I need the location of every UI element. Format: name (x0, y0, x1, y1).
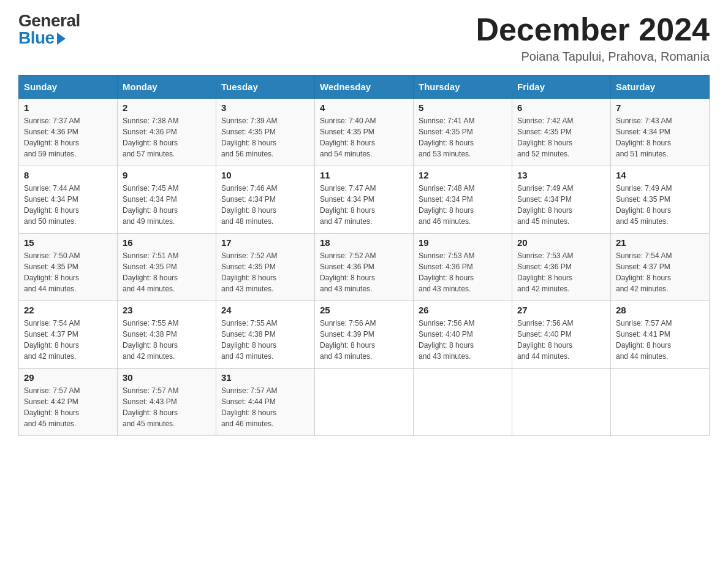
calendar-cell (512, 369, 611, 436)
calendar-cell: 21 Sunrise: 7:54 AM Sunset: 4:37 PM Dayl… (611, 234, 710, 301)
day-number: 4 (320, 102, 408, 113)
day-info: Sunrise: 7:43 AM Sunset: 4:34 PM Dayligh… (616, 115, 704, 159)
day-info: Sunrise: 7:42 AM Sunset: 4:35 PM Dayligh… (517, 115, 605, 159)
day-number: 20 (517, 237, 605, 248)
calendar-header: Sunday Monday Tuesday Wednesday Thursday… (19, 75, 710, 99)
day-info: Sunrise: 7:57 AM Sunset: 4:44 PM Dayligh… (221, 385, 309, 429)
calendar-cell: 8 Sunrise: 7:44 AM Sunset: 4:34 PM Dayli… (19, 166, 118, 234)
calendar-cell (315, 369, 414, 436)
day-number: 15 (24, 237, 112, 248)
day-number: 2 (123, 102, 211, 113)
calendar-cell: 5 Sunrise: 7:41 AM Sunset: 4:35 PM Dayli… (414, 99, 512, 166)
header-friday: Friday (512, 75, 611, 99)
day-info: Sunrise: 7:51 AM Sunset: 4:35 PM Dayligh… (123, 250, 211, 294)
day-info: Sunrise: 7:57 AM Sunset: 4:41 PM Dayligh… (616, 318, 704, 362)
calendar-cell: 10 Sunrise: 7:46 AM Sunset: 4:34 PM Dayl… (216, 166, 315, 234)
day-number: 24 (221, 305, 309, 315)
day-info: Sunrise: 7:55 AM Sunset: 4:38 PM Dayligh… (123, 318, 211, 362)
day-info: Sunrise: 7:56 AM Sunset: 4:40 PM Dayligh… (419, 318, 507, 362)
day-info: Sunrise: 7:56 AM Sunset: 4:39 PM Dayligh… (320, 318, 408, 362)
day-number: 8 (24, 170, 112, 180)
week-row-1: 1 Sunrise: 7:37 AM Sunset: 4:36 PM Dayli… (19, 99, 710, 166)
calendar-cell: 7 Sunrise: 7:43 AM Sunset: 4:34 PM Dayli… (611, 99, 710, 166)
day-number: 3 (221, 102, 309, 113)
day-number: 30 (123, 372, 211, 383)
calendar-body: 1 Sunrise: 7:37 AM Sunset: 4:36 PM Dayli… (19, 99, 710, 436)
day-number: 19 (419, 237, 507, 248)
calendar-cell: 18 Sunrise: 7:52 AM Sunset: 4:36 PM Dayl… (315, 234, 414, 301)
day-number: 12 (419, 170, 507, 180)
calendar-cell: 1 Sunrise: 7:37 AM Sunset: 4:36 PM Dayli… (19, 99, 118, 166)
week-row-2: 8 Sunrise: 7:44 AM Sunset: 4:34 PM Dayli… (19, 166, 710, 234)
month-title: December 2024 (476, 12, 710, 47)
day-number: 5 (419, 102, 507, 113)
calendar-cell: 28 Sunrise: 7:57 AM Sunset: 4:41 PM Dayl… (611, 301, 710, 369)
calendar-cell: 25 Sunrise: 7:56 AM Sunset: 4:39 PM Dayl… (315, 301, 414, 369)
calendar-cell: 11 Sunrise: 7:47 AM Sunset: 4:34 PM Dayl… (315, 166, 414, 234)
calendar-cell: 9 Sunrise: 7:45 AM Sunset: 4:34 PM Dayli… (118, 166, 216, 234)
day-info: Sunrise: 7:57 AM Sunset: 4:42 PM Dayligh… (24, 385, 112, 429)
header-row: Sunday Monday Tuesday Wednesday Thursday… (19, 75, 710, 99)
day-info: Sunrise: 7:50 AM Sunset: 4:35 PM Dayligh… (24, 250, 112, 294)
day-number: 17 (221, 237, 309, 248)
header-tuesday: Tuesday (216, 75, 315, 99)
title-section: December 2024 Poiana Tapului, Prahova, R… (476, 12, 710, 64)
calendar-cell: 2 Sunrise: 7:38 AM Sunset: 4:36 PM Dayli… (118, 99, 216, 166)
day-info: Sunrise: 7:45 AM Sunset: 4:34 PM Dayligh… (123, 183, 211, 227)
calendar-cell: 30 Sunrise: 7:57 AM Sunset: 4:43 PM Dayl… (118, 369, 216, 436)
header-wednesday: Wednesday (315, 75, 414, 99)
calendar-cell: 29 Sunrise: 7:57 AM Sunset: 4:42 PM Dayl… (19, 369, 118, 436)
day-info: Sunrise: 7:49 AM Sunset: 4:35 PM Dayligh… (616, 183, 704, 227)
header-saturday: Saturday (611, 75, 710, 99)
calendar-cell: 27 Sunrise: 7:56 AM Sunset: 4:40 PM Dayl… (512, 301, 611, 369)
day-number: 25 (320, 305, 408, 315)
day-info: Sunrise: 7:38 AM Sunset: 4:36 PM Dayligh… (123, 115, 211, 159)
calendar-cell: 14 Sunrise: 7:49 AM Sunset: 4:35 PM Dayl… (611, 166, 710, 234)
header-thursday: Thursday (414, 75, 512, 99)
day-number: 16 (123, 237, 211, 248)
calendar-cell: 20 Sunrise: 7:53 AM Sunset: 4:36 PM Dayl… (512, 234, 611, 301)
week-row-4: 22 Sunrise: 7:54 AM Sunset: 4:37 PM Dayl… (19, 301, 710, 369)
day-info: Sunrise: 7:48 AM Sunset: 4:34 PM Dayligh… (419, 183, 507, 227)
calendar-cell: 16 Sunrise: 7:51 AM Sunset: 4:35 PM Dayl… (118, 234, 216, 301)
week-row-3: 15 Sunrise: 7:50 AM Sunset: 4:35 PM Dayl… (19, 234, 710, 301)
day-number: 10 (221, 170, 309, 180)
day-info: Sunrise: 7:53 AM Sunset: 4:36 PM Dayligh… (517, 250, 605, 294)
logo-triangle-icon (57, 33, 66, 45)
day-number: 31 (221, 372, 309, 383)
calendar-cell: 31 Sunrise: 7:57 AM Sunset: 4:44 PM Dayl… (216, 369, 315, 436)
calendar-cell: 22 Sunrise: 7:54 AM Sunset: 4:37 PM Dayl… (19, 301, 118, 369)
day-number: 14 (616, 170, 704, 180)
day-info: Sunrise: 7:44 AM Sunset: 4:34 PM Dayligh… (24, 183, 112, 227)
header-sunday: Sunday (19, 75, 118, 99)
logo-blue-text: Blue (18, 29, 66, 47)
day-number: 28 (616, 305, 704, 315)
day-info: Sunrise: 7:41 AM Sunset: 4:35 PM Dayligh… (419, 115, 507, 159)
day-number: 26 (419, 305, 507, 315)
calendar-cell: 19 Sunrise: 7:53 AM Sunset: 4:36 PM Dayl… (414, 234, 512, 301)
calendar-cell: 26 Sunrise: 7:56 AM Sunset: 4:40 PM Dayl… (414, 301, 512, 369)
week-row-5: 29 Sunrise: 7:57 AM Sunset: 4:42 PM Dayl… (19, 369, 710, 436)
day-info: Sunrise: 7:39 AM Sunset: 4:35 PM Dayligh… (221, 115, 309, 159)
day-number: 6 (517, 102, 605, 113)
day-number: 18 (320, 237, 408, 248)
calendar-cell: 6 Sunrise: 7:42 AM Sunset: 4:35 PM Dayli… (512, 99, 611, 166)
calendar-cell: 17 Sunrise: 7:52 AM Sunset: 4:35 PM Dayl… (216, 234, 315, 301)
day-number: 21 (616, 237, 704, 248)
day-info: Sunrise: 7:57 AM Sunset: 4:43 PM Dayligh… (123, 385, 211, 429)
calendar-cell: 3 Sunrise: 7:39 AM Sunset: 4:35 PM Dayli… (216, 99, 315, 166)
day-number: 9 (123, 170, 211, 180)
calendar-cell (611, 369, 710, 436)
day-info: Sunrise: 7:54 AM Sunset: 4:37 PM Dayligh… (616, 250, 704, 294)
logo: General Blue (18, 12, 80, 47)
calendar-table: Sunday Monday Tuesday Wednesday Thursday… (18, 75, 710, 436)
day-info: Sunrise: 7:46 AM Sunset: 4:34 PM Dayligh… (221, 183, 309, 227)
day-number: 13 (517, 170, 605, 180)
calendar-cell: 13 Sunrise: 7:49 AM Sunset: 4:34 PM Dayl… (512, 166, 611, 234)
day-number: 29 (24, 372, 112, 383)
day-info: Sunrise: 7:37 AM Sunset: 4:36 PM Dayligh… (24, 115, 112, 159)
day-number: 27 (517, 305, 605, 315)
day-info: Sunrise: 7:47 AM Sunset: 4:34 PM Dayligh… (320, 183, 408, 227)
day-info: Sunrise: 7:55 AM Sunset: 4:38 PM Dayligh… (221, 318, 309, 362)
calendar-cell (414, 369, 512, 436)
